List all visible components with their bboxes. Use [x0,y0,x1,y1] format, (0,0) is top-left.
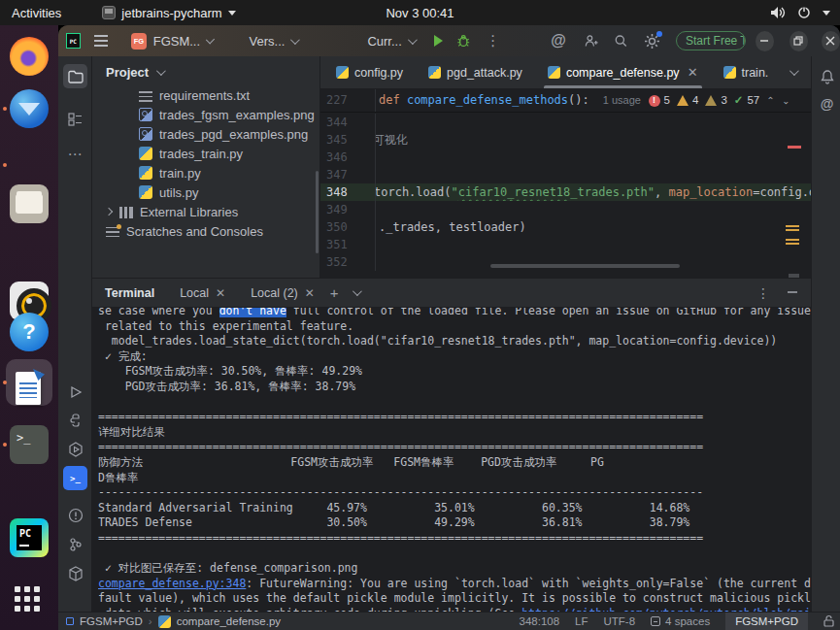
help-icon[interactable]: ? [10,313,49,351]
tree-item[interactable]: trades_pgd_examples.png [92,124,319,144]
terminal-link[interactable]: compare_defense.py:348 [98,577,246,590]
tree-item[interactable]: utils.py [92,182,319,202]
code-line[interactable]: 350._trades, testloader) [320,218,811,236]
code-line[interactable]: 352 [320,253,811,271]
run-config-selector[interactable]: Curr... [367,34,414,49]
new-terminal-icon[interactable]: + [330,284,339,301]
minimize-button[interactable] [756,31,774,51]
close-icon[interactable]: ✕ [688,65,698,80]
editor-tab[interactable]: compare_defense.py✕ [538,56,708,88]
code-line[interactable]: 351 [320,236,811,253]
terminal-text: model_trades.load_state_dict(torch.load(… [98,334,777,348]
project-selector[interactable]: FGSM... [153,34,200,49]
hidden-tabs-icon[interactable] [790,66,799,76]
run-config-status[interactable]: FGSM+PGD [725,613,808,630]
code-viewport[interactable]: 227 def compare_defense_methods():1 usag… [320,89,811,270]
terminal-line [98,547,811,562]
chevron-right-icon[interactable] [105,208,113,216]
code-line[interactable]: 349 [320,201,811,218]
inspections-widget[interactable]: !5 4 3 ✓57 ⌃ ⌃ [649,89,790,112]
next-problem-icon[interactable]: ⌃ [782,89,790,112]
warning-stripe-mark[interactable] [786,239,799,241]
app-menu[interactable]: jetbrains-pycharm [102,6,235,20]
pycharm-icon[interactable]: PC [10,518,49,557]
close-icon[interactable]: ✕ [305,286,315,300]
services-tool-icon[interactable] [63,437,87,461]
start-free-trial-button[interactable]: Start Free T [676,31,746,50]
main-menu-icon[interactable] [94,35,109,47]
tree-item[interactable]: External Libraries [92,202,319,221]
breadcrumb-module[interactable]: FGSM+PGD [80,615,143,627]
code-line[interactable]: 347 [320,166,811,183]
usage-hint[interactable]: 1 usage [603,94,641,106]
editor-tab[interactable]: config.py [326,56,413,88]
hide-panel-icon[interactable] [788,286,797,300]
run-tool-icon[interactable] [63,380,87,404]
terminal-header: Terminal Local✕ Local (2)✕ + ⋮ [92,279,811,308]
code-line[interactable]: 348torch.load("cifar10_resnet18_trades.p… [320,183,811,201]
files-icon[interactable] [10,184,49,223]
line-ending[interactable]: LF [575,615,588,627]
structure-tool-icon[interactable] [63,107,87,131]
terminal-options-icon[interactable]: ⋮ [756,285,770,301]
editor-tab[interactable]: train. [714,56,779,88]
project-tool-icon[interactable] [63,64,87,88]
thunderbird-icon[interactable] [10,89,49,128]
problems-tool-icon[interactable] [63,503,87,527]
project-panel-header[interactable]: Project [92,56,319,85]
editor-tab[interactable]: pgd_attack.py [419,56,532,88]
warning-stripe-mark[interactable] [786,229,799,231]
system-tray[interactable] [770,0,830,25]
vcs-widget[interactable]: Vers... [250,34,298,49]
activities-button[interactable]: Activities [12,6,61,20]
search-icon[interactable] [614,33,628,49]
ai-assistant-tool-icon[interactable]: @ [815,91,839,116]
debug-button[interactable] [456,33,471,49]
tree-item[interactable]: train.py [92,163,319,182]
more-tool-windows-icon[interactable]: ⋯ [63,142,87,166]
tree-item[interactable]: requirements.txt [92,85,319,105]
breadcrumb-file[interactable]: compare_defense.py [177,615,281,627]
more-actions-icon[interactable]: ⋮ [486,32,500,50]
firefox-icon[interactable] [10,37,49,76]
tree-item[interactable]: trades_train.py [92,144,319,163]
horizontal-scrollbar[interactable] [490,264,680,268]
project-scrollbar[interactable] [316,171,319,253]
terminal-text: related to this experimental feature. [98,319,353,333]
prev-problem-icon[interactable]: ⌃ [766,89,774,112]
chevron-down-icon [823,11,830,16]
run-button[interactable] [434,35,443,47]
caret-position[interactable]: 348:108 [520,615,560,627]
app-grid-icon[interactable] [15,586,42,613]
warning-stripe-mark[interactable] [786,243,799,245]
terminal-title[interactable]: Terminal [105,286,154,300]
terminal-tool-icon[interactable]: >_ [63,466,87,490]
terminal-app-icon[interactable]: >_ [10,425,49,464]
notifications-bell-icon[interactable] [815,64,839,88]
terminal-tab-local[interactable]: Local✕ [180,286,225,300]
file-encoding[interactable]: UTF-8 [604,615,636,627]
terminal-tab-local-2[interactable]: Local (2)✕ [251,286,315,300]
lock-icon[interactable] [823,614,834,629]
settings-button[interactable] [644,33,660,50]
python-console-icon[interactable] [63,408,87,432]
code-line[interactable]: 346 [320,149,811,166]
ai-assistant-icon[interactable]: @ [551,32,566,50]
terminal-output[interactable]: se case where you don't have full contro… [92,308,811,613]
tree-item[interactable]: trades_fgsm_examples.png [92,105,319,124]
python-packages-tool-icon[interactable] [63,561,87,585]
code-line[interactable]: 345可视化 [320,131,811,149]
error-stripe-mark[interactable] [788,146,801,149]
close-icon[interactable]: ✕ [216,286,225,300]
git-tool-icon[interactable] [63,532,87,556]
indent-widget[interactable]: 4 spaces [651,615,710,627]
code-line[interactable]: 344 [320,114,811,131]
restore-button[interactable] [790,31,808,51]
add-user-icon[interactable] [584,33,598,49]
warning-stripe-mark[interactable] [786,225,799,227]
close-button[interactable] [822,31,840,51]
tree-item[interactable]: Scratches and Consoles [92,221,319,241]
clock[interactable]: Nov 3 00:41 [386,6,454,20]
passed-count: 57 [747,89,759,112]
chevron-down-icon[interactable] [353,286,362,296]
